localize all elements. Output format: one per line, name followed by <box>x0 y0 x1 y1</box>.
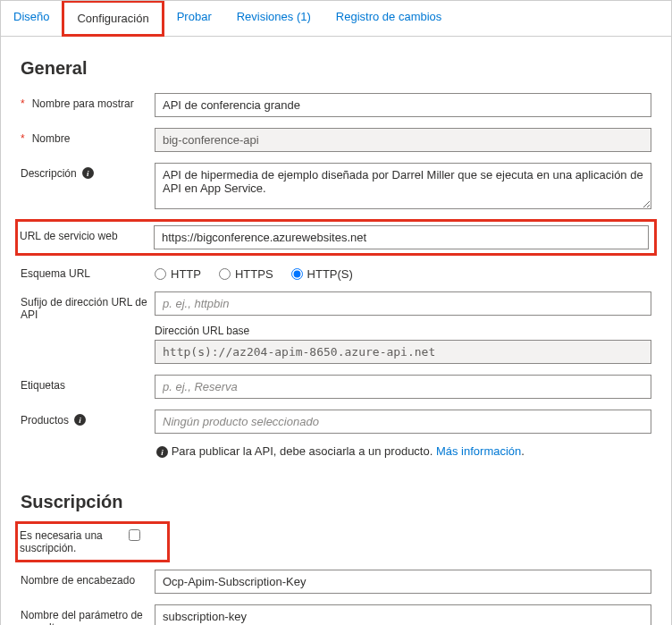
label-web-service-url: URL de servicio web <box>20 230 118 242</box>
input-web-service-url[interactable] <box>154 225 649 249</box>
row-web-service-url: URL de servicio web <box>15 219 657 256</box>
tab-changelog[interactable]: Registro de cambios <box>323 1 455 36</box>
input-query-param[interactable] <box>155 604 651 625</box>
label-description: Descripción <box>21 167 77 180</box>
radio-http[interactable]: HTTP <box>155 267 201 281</box>
tab-bar: Diseño Configuración Probar Revisiones (… <box>1 1 671 37</box>
input-api-url-suffix[interactable] <box>155 291 651 316</box>
tab-configuration[interactable]: Configuración <box>62 0 164 37</box>
info-icon[interactable]: i <box>82 167 94 179</box>
input-description[interactable]: API de hipermedia de ejemplo diseñada po… <box>155 163 651 209</box>
tab-test[interactable]: Probar <box>164 1 224 36</box>
radio-http-label: HTTP <box>171 267 201 281</box>
label-products: Productos <box>21 414 69 427</box>
row-description: Descripción i API de hipermedia de ejemp… <box>21 163 651 212</box>
info-icon[interactable]: i <box>74 414 86 426</box>
row-name: *Nombre <box>21 128 651 152</box>
radio-http-s[interactable]: HTTP(S) <box>291 267 353 281</box>
radio-https[interactable]: HTTPS <box>219 267 273 281</box>
checkbox-subscription-required[interactable] <box>129 529 140 541</box>
general-heading: General <box>21 58 651 79</box>
required-icon: * <box>21 132 25 145</box>
label-header-name: Nombre de encabezado <box>21 574 135 587</box>
radio-http-s-label: HTTP(S) <box>307 267 353 281</box>
hint-products-text: Para publicar la API, debe asociarla a u… <box>172 444 436 458</box>
row-api-url-suffix: Sufijo de dirección URL de API Dirección… <box>21 291 651 364</box>
label-query-param: Nombre del parámetro de consulta <box>21 609 155 625</box>
label-api-url-suffix: Sufijo de dirección URL de API <box>21 296 155 321</box>
settings-panel: General *Nombre para mostrar *Nombre Des… <box>1 37 671 625</box>
value-base-url: http(s)://az204-apim-8650.azure-api.net <box>155 340 651 364</box>
label-base-url: Dirección URL base <box>155 325 651 337</box>
required-icon: * <box>21 97 25 110</box>
label-tags: Etiquetas <box>21 379 65 392</box>
row-tags: Etiquetas <box>21 375 651 399</box>
input-tags[interactable] <box>155 375 651 399</box>
label-url-scheme: Esquema URL <box>21 267 90 280</box>
row-subscription-required: Es necesaria una suscripción. <box>15 521 170 562</box>
label-name: Nombre <box>32 132 71 145</box>
row-display-name: *Nombre para mostrar <box>21 93 651 117</box>
input-display-name[interactable] <box>155 93 651 117</box>
link-more-info[interactable]: Más información <box>436 444 521 458</box>
tab-revisions[interactable]: Revisiones (1) <box>224 1 323 36</box>
radio-https-label: HTTPS <box>235 267 273 281</box>
subscription-heading: Suscripción <box>21 492 651 512</box>
input-header-name[interactable] <box>155 570 651 594</box>
row-url-scheme: Esquema URL HTTP HTTPS HTTP(S) <box>21 263 651 281</box>
row-query-param: Nombre del parámetro de consulta <box>21 604 651 625</box>
row-products: Productos i i Para publicar la API, debe… <box>21 410 651 458</box>
input-products[interactable] <box>155 410 651 434</box>
tab-design[interactable]: Diseño <box>1 1 62 36</box>
row-header-name: Nombre de encabezado <box>21 570 651 594</box>
info-icon: i <box>156 446 168 458</box>
input-name[interactable] <box>155 128 651 152</box>
label-display-name: Nombre para mostrar <box>32 97 134 110</box>
label-subscription-required: Es necesaria una suscripción. <box>20 529 129 554</box>
